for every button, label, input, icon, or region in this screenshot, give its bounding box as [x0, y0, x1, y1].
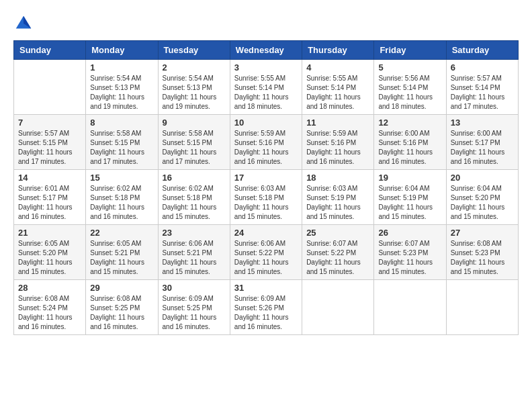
day-number: 5: [378, 62, 441, 73]
cell-info: Sunrise: 6:00 AM Sunset: 5:16 PM Dayligh…: [378, 129, 441, 167]
calendar-cell: 19Sunrise: 6:04 AM Sunset: 5:19 PM Dayli…: [374, 170, 446, 225]
calendar-cell: 6Sunrise: 5:57 AM Sunset: 5:14 PM Daylig…: [446, 60, 518, 115]
calendar-cell: 17Sunrise: 6:03 AM Sunset: 5:18 PM Dayli…: [230, 170, 302, 225]
calendar-cell: 13Sunrise: 6:00 AM Sunset: 5:17 PM Dayli…: [446, 115, 518, 170]
calendar-table: SundayMondayTuesdayWednesdayThursdayFrid…: [13, 40, 519, 335]
calendar-cell: 1Sunrise: 5:54 AM Sunset: 5:13 PM Daylig…: [86, 60, 158, 115]
calendar-cell: 28Sunrise: 6:08 AM Sunset: 5:24 PM Dayli…: [14, 280, 86, 335]
column-header-thursday: Thursday: [302, 41, 374, 60]
cell-info: Sunrise: 6:08 AM Sunset: 5:23 PM Dayligh…: [451, 239, 514, 277]
cell-info: Sunrise: 6:05 AM Sunset: 5:21 PM Dayligh…: [90, 239, 153, 277]
cell-info: Sunrise: 5:57 AM Sunset: 5:15 PM Dayligh…: [18, 129, 81, 167]
cell-info: Sunrise: 5:55 AM Sunset: 5:14 PM Dayligh…: [306, 74, 369, 111]
cell-info: Sunrise: 6:05 AM Sunset: 5:20 PM Dayligh…: [18, 239, 81, 277]
calendar-cell: 22Sunrise: 6:05 AM Sunset: 5:21 PM Dayli…: [86, 225, 158, 280]
cell-info: Sunrise: 5:58 AM Sunset: 5:15 PM Dayligh…: [163, 129, 226, 167]
cell-info: Sunrise: 5:57 AM Sunset: 5:14 PM Dayligh…: [451, 74, 514, 111]
cell-info: Sunrise: 5:56 AM Sunset: 5:14 PM Dayligh…: [378, 74, 441, 111]
day-number: 29: [90, 283, 153, 293]
calendar-cell: 11Sunrise: 5:59 AM Sunset: 5:16 PM Dayli…: [302, 115, 374, 170]
calendar-cell: 8Sunrise: 5:58 AM Sunset: 5:15 PM Daylig…: [86, 115, 158, 170]
calendar-cell: 3Sunrise: 5:55 AM Sunset: 5:14 PM Daylig…: [230, 60, 302, 115]
day-number: 27: [451, 228, 514, 238]
day-number: 23: [163, 228, 226, 238]
cell-info: Sunrise: 6:04 AM Sunset: 5:20 PM Dayligh…: [451, 184, 514, 222]
day-number: 25: [306, 228, 369, 238]
calendar-cell: 29Sunrise: 6:08 AM Sunset: 5:25 PM Dayli…: [86, 280, 158, 335]
cell-info: Sunrise: 5:59 AM Sunset: 5:16 PM Dayligh…: [234, 129, 298, 167]
day-number: 3: [234, 62, 298, 73]
day-number: 17: [234, 173, 298, 183]
cell-info: Sunrise: 6:07 AM Sunset: 5:22 PM Dayligh…: [306, 239, 369, 277]
calendar-cell: 10Sunrise: 5:59 AM Sunset: 5:16 PM Dayli…: [230, 115, 302, 170]
calendar-week-row: 7Sunrise: 5:57 AM Sunset: 5:15 PM Daylig…: [14, 115, 519, 170]
day-number: 10: [234, 118, 298, 128]
cell-info: Sunrise: 6:02 AM Sunset: 5:18 PM Dayligh…: [90, 184, 153, 222]
day-number: 30: [163, 283, 226, 293]
calendar-week-row: 14Sunrise: 6:01 AM Sunset: 5:17 PM Dayli…: [14, 170, 519, 225]
day-number: 4: [306, 62, 369, 73]
cell-info: Sunrise: 5:59 AM Sunset: 5:16 PM Dayligh…: [306, 129, 369, 167]
calendar-cell: [302, 280, 374, 335]
day-number: 28: [18, 283, 81, 293]
day-number: 7: [18, 118, 81, 128]
calendar-cell: [14, 60, 86, 115]
day-number: 1: [90, 62, 153, 73]
day-number: 8: [90, 118, 153, 128]
page-header: [13, 13, 519, 34]
calendar-cell: 14Sunrise: 6:01 AM Sunset: 5:17 PM Dayli…: [14, 170, 86, 225]
logo: [13, 13, 36, 34]
day-number: 22: [90, 228, 153, 238]
calendar-week-row: 28Sunrise: 6:08 AM Sunset: 5:24 PM Dayli…: [14, 280, 519, 335]
cell-info: Sunrise: 6:03 AM Sunset: 5:18 PM Dayligh…: [234, 184, 298, 222]
logo-icon: [13, 13, 34, 34]
cell-info: Sunrise: 6:02 AM Sunset: 5:18 PM Dayligh…: [163, 184, 226, 222]
calendar-week-row: 21Sunrise: 6:05 AM Sunset: 5:20 PM Dayli…: [14, 225, 519, 280]
day-number: 14: [18, 173, 81, 183]
column-header-friday: Friday: [374, 41, 446, 60]
day-number: 26: [378, 228, 441, 238]
calendar-cell: 21Sunrise: 6:05 AM Sunset: 5:20 PM Dayli…: [14, 225, 86, 280]
day-number: 24: [234, 228, 298, 238]
day-number: 15: [90, 173, 153, 183]
cell-info: Sunrise: 6:09 AM Sunset: 5:25 PM Dayligh…: [163, 294, 226, 332]
cell-info: Sunrise: 6:04 AM Sunset: 5:19 PM Dayligh…: [378, 184, 441, 222]
calendar-header-row: SundayMondayTuesdayWednesdayThursdayFrid…: [14, 41, 519, 60]
day-number: 6: [451, 62, 514, 73]
calendar-cell: [374, 280, 446, 335]
column-header-monday: Monday: [86, 41, 158, 60]
column-header-wednesday: Wednesday: [230, 41, 302, 60]
calendar-cell: 26Sunrise: 6:07 AM Sunset: 5:23 PM Dayli…: [374, 225, 446, 280]
cell-info: Sunrise: 6:01 AM Sunset: 5:17 PM Dayligh…: [18, 184, 81, 222]
cell-info: Sunrise: 6:09 AM Sunset: 5:26 PM Dayligh…: [234, 294, 298, 332]
day-number: 19: [378, 173, 441, 183]
column-header-saturday: Saturday: [446, 41, 518, 60]
cell-info: Sunrise: 6:00 AM Sunset: 5:17 PM Dayligh…: [451, 129, 514, 167]
calendar-cell: 2Sunrise: 5:54 AM Sunset: 5:13 PM Daylig…: [158, 60, 230, 115]
day-number: 20: [451, 173, 514, 183]
day-number: 12: [378, 118, 441, 128]
cell-info: Sunrise: 6:03 AM Sunset: 5:19 PM Dayligh…: [306, 184, 369, 222]
day-number: 9: [163, 118, 226, 128]
calendar-cell: 5Sunrise: 5:56 AM Sunset: 5:14 PM Daylig…: [374, 60, 446, 115]
calendar-cell: 24Sunrise: 6:06 AM Sunset: 5:22 PM Dayli…: [230, 225, 302, 280]
calendar-cell: [446, 280, 518, 335]
cell-info: Sunrise: 6:08 AM Sunset: 5:24 PM Dayligh…: [18, 294, 81, 332]
cell-info: Sunrise: 5:54 AM Sunset: 5:13 PM Dayligh…: [163, 74, 226, 111]
calendar-cell: 16Sunrise: 6:02 AM Sunset: 5:18 PM Dayli…: [158, 170, 230, 225]
cell-info: Sunrise: 6:06 AM Sunset: 5:21 PM Dayligh…: [163, 239, 226, 277]
calendar-cell: 27Sunrise: 6:08 AM Sunset: 5:23 PM Dayli…: [446, 225, 518, 280]
day-number: 13: [451, 118, 514, 128]
day-number: 16: [163, 173, 226, 183]
calendar-week-row: 1Sunrise: 5:54 AM Sunset: 5:13 PM Daylig…: [14, 60, 519, 115]
cell-info: Sunrise: 6:08 AM Sunset: 5:25 PM Dayligh…: [90, 294, 153, 332]
calendar-cell: 12Sunrise: 6:00 AM Sunset: 5:16 PM Dayli…: [374, 115, 446, 170]
calendar-cell: 20Sunrise: 6:04 AM Sunset: 5:20 PM Dayli…: [446, 170, 518, 225]
calendar-cell: 23Sunrise: 6:06 AM Sunset: 5:21 PM Dayli…: [158, 225, 230, 280]
calendar-cell: 4Sunrise: 5:55 AM Sunset: 5:14 PM Daylig…: [302, 60, 374, 115]
cell-info: Sunrise: 6:06 AM Sunset: 5:22 PM Dayligh…: [234, 239, 298, 277]
calendar-cell: 7Sunrise: 5:57 AM Sunset: 5:15 PM Daylig…: [14, 115, 86, 170]
calendar-cell: 25Sunrise: 6:07 AM Sunset: 5:22 PM Dayli…: [302, 225, 374, 280]
cell-info: Sunrise: 5:54 AM Sunset: 5:13 PM Dayligh…: [90, 74, 153, 111]
column-header-tuesday: Tuesday: [158, 41, 230, 60]
